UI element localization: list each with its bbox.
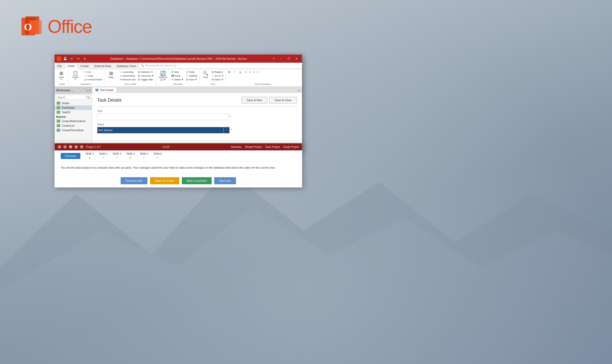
bold-btn[interactable]: B (227, 70, 232, 74)
ascending-btn[interactable]: ↑A Ascending (119, 70, 137, 74)
office-text: Office (48, 16, 92, 37)
maximize-btn[interactable]: ❐ (285, 56, 292, 61)
nav-search-icon: 🔍 (87, 96, 90, 99)
ribbon-records-content: 🔄 Refresh All ▼ ✚ New 💾 Save (158, 70, 198, 82)
task-item-5[interactable]: TASK 5 ✓ (140, 152, 148, 159)
view-btn[interactable]: ⊞ View ▼ (57, 70, 66, 81)
spelling-btn[interactable]: ✓ Spelling (185, 74, 198, 78)
nav-item-contactaddressbook[interactable]: ContactAddressBook (55, 119, 92, 123)
goto-btn[interactable]: → Go To ▼ (211, 74, 225, 78)
task-1-label: TASK 1 (85, 152, 94, 155)
align-center-btn[interactable]: ≡ (252, 70, 255, 74)
nav-search-input[interactable] (56, 95, 86, 100)
advanced-btn[interactable]: ⊞ Advanced ▼ (137, 74, 155, 78)
delete-record-btn[interactable]: ✕ Delete ▼ (170, 78, 185, 81)
nav-search-btn[interactable]: 🔍 (84, 88, 88, 92)
selection-btn[interactable]: ⊞ Selection ▼ (137, 70, 155, 74)
totals-btn[interactable]: ∑ Totals (185, 70, 198, 74)
status-select[interactable]: Not Started In Progress Completed Deferr… (97, 127, 230, 133)
prev-task-btn[interactable]: Previous task (121, 177, 147, 184)
save-project-btn[interactable]: Save Project (266, 146, 280, 148)
save-qa-btn[interactable]: 💾 (63, 56, 67, 61)
refresh-icon: 🔄 (160, 71, 166, 76)
paste-btn[interactable]: 📋 Paste ▼ (70, 70, 81, 81)
new-record-btn[interactable]: ✚ New (170, 70, 185, 74)
help-btn[interactable]: ? (270, 56, 277, 61)
cut-btn[interactable]: ✂ Cut (83, 70, 103, 74)
next-task-btn[interactable]: Next task (214, 177, 236, 184)
overview-btn[interactable]: Overview (61, 153, 80, 159)
toggle-filter-btn[interactable]: ⊞ Toggle Filter (137, 78, 155, 81)
form-divider (97, 106, 297, 107)
italic-btn[interactable]: I (233, 70, 238, 74)
mark-review-btn[interactable]: Mark for review (150, 177, 179, 184)
select-btn[interactable]: ⊞ Select ▼ (211, 78, 225, 81)
save-record-btn[interactable]: 💾 Save (170, 74, 185, 78)
delete-record-icon: ✕ (171, 78, 173, 81)
descending-btn[interactable]: ↓Z Descending (119, 74, 137, 78)
font-color-btn[interactable]: A (244, 70, 248, 74)
find-group-label: Find (201, 82, 225, 85)
ribbon-group-records: 🔄 Refresh All ▼ ✚ New 💾 Save (157, 70, 200, 86)
menu-home[interactable]: Home (65, 63, 78, 69)
save-new-btn[interactable]: Save & New (242, 97, 268, 103)
save-record-icon: 💾 (171, 75, 174, 77)
copy-btn[interactable]: 📄 Copy (83, 74, 103, 78)
task-label: Task (97, 110, 102, 112)
menu-database-tools[interactable]: Database Tools (114, 63, 139, 69)
minimize-btn[interactable]: − (278, 56, 285, 61)
task-item-2[interactable]: TASK 2 ✓ (99, 152, 108, 159)
form-title-row: Task Details Save & New Save & Close (97, 97, 297, 103)
nav-item-details[interactable]: Details (55, 101, 92, 105)
format-painter-icon: 🖌 (84, 78, 86, 81)
remove-sort-btn[interactable]: ✕ Remove Sort (119, 78, 137, 81)
nav-item-taskds[interactable]: TaskDS (55, 110, 92, 115)
task-6-label: TASK 6 (153, 152, 162, 155)
view-arrow: ▼ (60, 79, 62, 80)
refresh-all-btn[interactable]: 🔄 Refresh All ▼ (158, 70, 168, 82)
save-close-btn[interactable]: Save & Close (269, 97, 297, 103)
nav-pane: All Access ... 🔍 « 🔍 Details T (55, 87, 92, 150)
nav-item-taskdetails[interactable]: TaskDetails (55, 105, 92, 110)
view-label: View (59, 76, 63, 79)
form-title: Task Details (97, 98, 122, 103)
nav-item-contactphonebook[interactable]: ContactPhoneBook (55, 128, 92, 132)
format-painter-btn[interactable]: 🖌 Format Painter (83, 78, 103, 81)
redo-qa-btn[interactable]: ↪ (76, 56, 80, 61)
tab-task-details[interactable]: Task Details (92, 87, 117, 93)
nav-item-contactlist[interactable]: ContactList (55, 123, 92, 128)
panel-time: 12:20 (101, 145, 231, 148)
underline-btn[interactable]: U (238, 70, 244, 74)
summary-btn[interactable]: Summary (231, 146, 242, 148)
tab-close-btn[interactable]: ✕ (296, 89, 302, 93)
grade-project-btn[interactable]: Grade Project (283, 146, 299, 148)
task-item-4[interactable]: TASK 4 ▲ (126, 152, 135, 159)
ribbon-sort-filter-content: ⊞ Filter ↑A Ascending ↓Z Descending (106, 70, 155, 82)
more-btn[interactable]: ⊞ More ▼ (185, 78, 198, 81)
taskdetails-icon (57, 106, 60, 109)
task-item-3[interactable]: TASK 3 ✓ (113, 152, 121, 159)
menu-file[interactable]: File (55, 63, 65, 69)
tell-me-bar[interactable]: 🔍 Tell me what you want to do... (139, 63, 302, 68)
form-area: Task Details ✕ Task Details Save & New S… (92, 87, 302, 150)
task-item-6[interactable]: TASK 6 ✓ (153, 152, 162, 159)
nav-search: 🔍 (55, 94, 92, 101)
undo-qa-btn[interactable]: ↩ (69, 56, 74, 61)
filter-btn[interactable]: ⊞ Filter (106, 70, 116, 79)
find-btn[interactable]: 🔍 Find (201, 70, 210, 79)
nav-collapse-btn[interactable]: « (89, 88, 90, 92)
nav-item-details-label: Details (62, 102, 70, 105)
office-logo: O Office (20, 15, 92, 38)
restart-project-btn[interactable]: Restart Project (245, 146, 262, 148)
menu-external-data[interactable]: External Data (92, 63, 114, 69)
replace-btn[interactable]: ⊞ Replace (211, 70, 225, 74)
align-right-btn[interactable]: ≡ (256, 70, 259, 74)
close-btn[interactable]: ✕ (293, 56, 300, 61)
menu-create[interactable]: Create (78, 63, 92, 69)
task-input[interactable] (97, 113, 229, 120)
customize-qa-btn[interactable]: ▼ (82, 56, 87, 61)
task-input-row: * (97, 113, 297, 120)
mark-complete-btn[interactable]: Mark completed (182, 177, 212, 184)
align-left-btn[interactable]: ≡ (248, 70, 251, 74)
task-item-1[interactable]: TASK 1 ▲ (85, 152, 94, 159)
